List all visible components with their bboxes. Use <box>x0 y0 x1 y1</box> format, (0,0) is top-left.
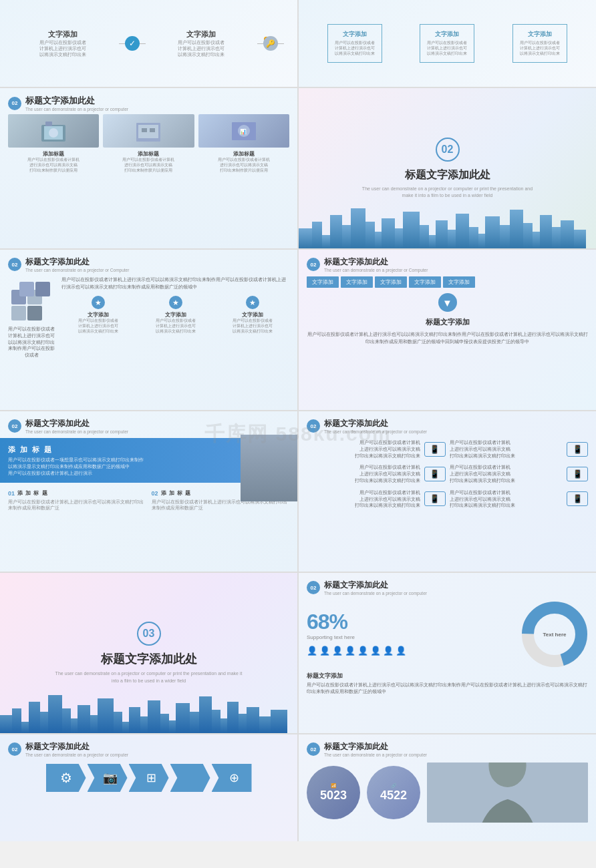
slide4l-subtitle: The user can demonstrate on a projector … <box>25 429 128 434</box>
person-icon-4: 👤 <box>345 646 355 656</box>
arrow-down-btn: ▼ <box>438 293 457 312</box>
subitem2-num: 02 <box>152 490 158 497</box>
img3-desc: 用户可以在投影仪或者计算机进行演示也可以将演示文稿打印出来制作胶片以便应用 <box>198 158 289 173</box>
svg-text:📊: 📊 <box>240 128 247 135</box>
svg-rect-13 <box>322 235 330 248</box>
slide-6-left: 02 标题文字添加此处 The user can demonstrate on … <box>0 734 297 841</box>
svg-rect-22 <box>420 225 429 248</box>
svg-rect-32 <box>523 223 533 248</box>
phone1-icon: 📱 <box>424 442 446 457</box>
phone1-icon2: 📱 <box>567 442 588 457</box>
box3-desc: 用户可以在投影仪或者计算机上进行演示也可以将演示文稿打印出来 <box>520 41 560 56</box>
slide6r-title: 标题文字添加此处 <box>324 741 427 752</box>
item1-title: 文字添加 <box>10 29 116 39</box>
svg-rect-20 <box>395 228 403 248</box>
svg-rect-36 <box>561 220 574 248</box>
slide-1l-item1: 文字添加 用户可以在投影仪或者 计算机上进行演示也可 以将演示文稿打印出来 <box>10 29 116 57</box>
slide4r-title: 标题文字添加此处 <box>324 418 427 429</box>
slide-1-right: 文字添加 用户可以在投影仪或者计算机上进行演示也可以将演示文稿打印出来 文字添加… <box>299 0 596 87</box>
svg-rect-53 <box>90 715 98 733</box>
svg-rect-51 <box>71 718 78 733</box>
svg-rect-12 <box>312 222 322 248</box>
item2-desc: 用户可以在投影仪或者 计算机上进行演示也可 以将演示文稿打印出来 <box>149 39 255 57</box>
cube-desc: 用户可以在投影仪或者计算机上进行演示也可以以将演示文稿打印出来制作用户可以在投影… <box>8 326 55 359</box>
svg-rect-21 <box>403 212 420 248</box>
photo-placeholder <box>427 763 588 823</box>
step1-label: 文字添加 <box>61 311 135 318</box>
percent-value: 68% <box>307 610 521 634</box>
phone2-text-left: 用户可以在投影仪或者计算机上进行演示也可以将演示文稿打印出来以将演示文稿打印出来 <box>307 464 420 483</box>
svg-rect-49 <box>48 695 62 733</box>
item2-title: 文字添加 <box>149 29 255 39</box>
phone1-text-left: 用户可以在投影仪或者计算机上进行演示也可以将演示文稿打印出来以将演示文稿打印出来 <box>307 439 420 459</box>
box2-desc: 用户可以在投影仪或者计算机上进行演示也可以将演示文稿打印出来 <box>427 41 467 56</box>
slide5r-desc: 用户可以在投影仪或者计算机上进行演示也可以以将演示文稿打印出来制作用户可以在投影… <box>307 682 588 695</box>
city-skyline <box>299 202 586 248</box>
slide3l-subtitle: The user can demonstrate on a projector … <box>25 268 129 272</box>
phone1-text-right: 用户可以在投影仪或者计算机上进行演示也可以将演示文稿打印出来以将演示文稿打印出来 <box>450 439 563 459</box>
slide-5-right: 02 标题文字添加此处 The user can demonstrate on … <box>299 573 596 733</box>
slide-4-right: 02 标题文字添加此处 The user can demonstrate on … <box>299 411 596 572</box>
svg-rect-59 <box>148 700 160 733</box>
img2-desc: 用户可以在投影仪或者计算机进行演示也可以将演示文稿打印出来制作胶片以便应用 <box>103 158 194 173</box>
slide5r-title: 标题文字添加此处 <box>324 580 427 591</box>
step3-label: 文字添加 <box>216 311 289 318</box>
svg-rect-58 <box>140 716 148 733</box>
stat1-num: 5023 <box>320 789 347 803</box>
arrow-icon-gear: ⚙ <box>46 764 86 792</box>
connector-key: 🔑 <box>263 36 278 51</box>
svg-rect-37 <box>574 230 586 248</box>
svg-rect-67 <box>227 702 239 733</box>
svg-rect-57 <box>129 707 140 733</box>
person-icon-2: 👤 <box>319 646 330 656</box>
step1-desc: 用户可以在投影仪或者计算机上进行演示也可以将演示文稿打印出来 <box>61 318 135 334</box>
svg-rect-55 <box>114 712 122 733</box>
svg-rect-24 <box>436 220 448 248</box>
img2-label: 添加标题 <box>103 150 194 158</box>
slide2r-title: 标题文字添加此处 <box>405 168 490 182</box>
city-skyline-2 <box>0 690 287 733</box>
donut-text: Text here <box>543 632 567 638</box>
svg-rect-64 <box>199 696 212 733</box>
slide3r-main-desc: 用户可以在投影仪或者计算机上进行演示也可以以将演示文稿打印出来制作用户可以在投影… <box>307 331 588 345</box>
slide4l-num: 02 <box>8 419 21 433</box>
phone2-text-right: 用户可以在投影仪或者计算机上进行演示也可以将演示文稿打印出来以将演示文稿打印出来 <box>450 464 563 483</box>
sub-item-1: 01 添 加 标 题 用户可以在投影仪或者计算机上进行演示也可以将演示文稿打印出… <box>8 489 146 511</box>
support-text: Supporting text here <box>307 634 521 640</box>
svg-point-3 <box>49 128 58 138</box>
svg-rect-50 <box>62 708 71 733</box>
step2-desc: 用户可以在投影仪或者计算机上进行演示也可以将演示文稿打印出来 <box>139 318 212 334</box>
box3: 文字添加 用户可以在投影仪或者计算机上进行演示也可以将演示文稿打印出来 <box>512 24 567 62</box>
slide-4-left: 02 标题文字添加此处 The user can demonstrate on … <box>0 411 297 572</box>
slide4r-num: 02 <box>307 419 320 433</box>
svg-rect-34 <box>540 215 552 248</box>
stat1-icon: 📶 <box>331 783 337 789</box>
slide3l-title: 标题文字添加此处 <box>25 256 129 268</box>
person-icon-8: 👤 <box>396 646 406 656</box>
slide-2-left: 02 标题文字添加此处 The user can demonstrate on … <box>0 88 297 248</box>
slide2l-title: 标题文字添加此处 <box>25 95 128 107</box>
svg-rect-42 <box>19 282 34 296</box>
svg-rect-65 <box>212 710 220 733</box>
svg-rect-14 <box>330 215 342 248</box>
step3-desc: 用户可以在投影仪或者计算机上进行演示也可以将演示文稿打印出来 <box>216 318 289 334</box>
arrow-icon-instagram: ⊕ <box>212 764 252 792</box>
img3-label: 添加标题 <box>198 150 289 158</box>
box2-title: 文字添加 <box>427 30 467 39</box>
svg-rect-44 <box>0 715 12 733</box>
svg-rect-63 <box>190 712 199 733</box>
slide3r-main-text: 标题文字添加 <box>307 317 588 327</box>
svg-rect-31 <box>510 210 523 248</box>
slide3l-num: 02 <box>8 258 21 271</box>
tab-5: 文字添加 <box>443 276 475 288</box>
slide4r-subtitle: The user can demonstrate on a projector … <box>324 429 427 434</box>
slide6l-subtitle: The user can demonstrate on a projector … <box>25 752 128 757</box>
stat-circle-2: 🔗 4522 <box>367 766 420 819</box>
svg-rect-30 <box>500 225 510 248</box>
svg-rect-68 <box>239 714 247 733</box>
person-icon-6: 👤 <box>370 646 381 656</box>
step2-star: ★ <box>169 296 182 309</box>
img-item-2: 添加标题 用户可以在投影仪或者计算机进行演示也可以将演示文稿打印出来制作胶片以便… <box>103 114 194 173</box>
tab-4: 文字添加 <box>409 276 441 288</box>
phone2-icon2: 📱 <box>567 467 588 481</box>
